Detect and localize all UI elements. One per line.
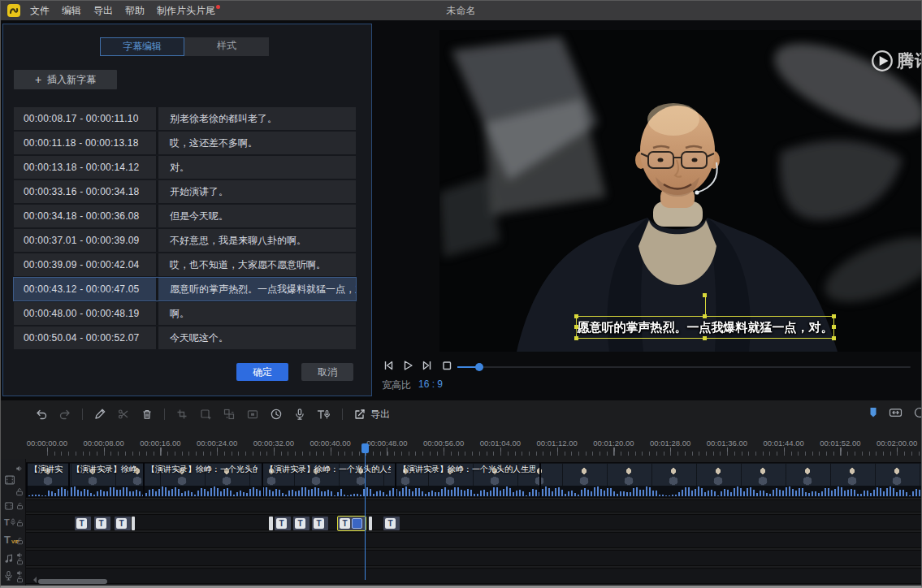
track-header-music: [1, 550, 26, 566]
subtitle-row[interactable]: 00:00:48.00 - 00:00:48.19 啊。: [14, 302, 356, 325]
menu-item-label: 文件: [30, 5, 50, 16]
subtitle-clip[interactable]: T: [275, 517, 291, 530]
resize-handle[interactable]: [703, 314, 707, 318]
aspect-ratio-value: 16 : 9: [418, 378, 443, 392]
panel-tab[interactable]: 字幕编辑: [100, 37, 184, 56]
video-preview[interactable]: 腾讯 愿意听的掌声热烈。一点我爆料就猛一点，对。: [439, 30, 922, 352]
music-track[interactable]: [26, 550, 922, 566]
subtitle-row[interactable]: 00:00:50.04 - 00:00:52.07 今天呢这个。: [14, 326, 356, 349]
crop-button[interactable]: [175, 408, 188, 421]
subtitle-clip-icon: T: [314, 518, 324, 529]
video-clip[interactable]: 【演讲实录】徐峥：一个光头的人生思: [262, 463, 393, 497]
overlay-track[interactable]: [26, 499, 922, 512]
resize-handle[interactable]: [703, 336, 707, 340]
resize-handle[interactable]: [574, 314, 578, 318]
fit-timeline-icon[interactable]: [889, 406, 903, 419]
menu-item[interactable]: 导出: [93, 4, 113, 18]
subtitle-row[interactable]: 00:00:33.16 - 00:00:34.18 开始演讲了。: [14, 180, 356, 203]
subtitle-clip[interactable]: T: [132, 517, 135, 530]
subtitle-clip[interactable]: T: [312, 517, 328, 530]
stop-button[interactable]: [440, 359, 453, 372]
subtitle-clip[interactable]: T: [383, 517, 400, 530]
resize-canvas-button[interactable]: [199, 408, 212, 421]
subtitle-row[interactable]: 00:00:37.01 - 00:00:39.09 不好意思，我是来聊八卦的啊。: [14, 229, 356, 252]
lock-icon[interactable]: [16, 519, 24, 527]
video-clip[interactable]: 【演讲实录】徐峥：一个光头的人生思考.mp4: [395, 463, 538, 497]
delete-button[interactable]: [141, 408, 154, 421]
subtitle-clip[interactable]: T: [75, 517, 91, 530]
cancel-button[interactable]: 取消: [301, 363, 353, 381]
subtitle-row[interactable]: 00:00:34.18 - 00:00:36.08 但是今天呢。: [14, 205, 356, 227]
resize-handle[interactable]: [832, 314, 836, 318]
voice-subtitle-track[interactable]: T T T: [26, 514, 922, 530]
subtitle-row[interactable]: 00:00:11.18 - 00:00:13.18 哎，这还差不多啊。: [14, 132, 356, 154]
subtitle-clip[interactable]: T: [115, 517, 131, 530]
play-logo-icon: [869, 48, 895, 74]
video-clip[interactable]: 【演讲实录】徐峥：一个光头的人生思: [143, 463, 260, 497]
lock-icon[interactable]: [16, 537, 24, 545]
aspect-ratio-control[interactable]: 宽高比 16 : 9: [382, 378, 443, 392]
resize-handle[interactable]: [574, 325, 578, 329]
seek-slider[interactable]: [457, 366, 911, 368]
menu-item-label: 制作片头片尾: [157, 5, 215, 16]
panel-tab[interactable]: 样式: [184, 37, 269, 56]
speaker-icon[interactable]: [15, 465, 24, 473]
resize-handle[interactable]: [832, 325, 836, 329]
lock-icon[interactable]: [16, 575, 24, 583]
toolbar-divider: [82, 409, 83, 420]
subtitle-clip[interactable]: T: [369, 517, 372, 530]
resize-handle[interactable]: [832, 336, 836, 340]
play-button[interactable]: [401, 359, 414, 372]
subtitle-track[interactable]: [26, 532, 922, 548]
zoom-icon[interactable]: [913, 406, 921, 419]
speed-button[interactable]: [270, 408, 283, 421]
edit-button[interactable]: [93, 408, 106, 421]
video-clip[interactable]: 【演讲实录】徐峥：-: [68, 463, 141, 497]
lock-icon[interactable]: [16, 557, 24, 565]
subtitle-clip[interactable]: T: [338, 517, 366, 530]
group-button[interactable]: [223, 408, 236, 421]
playhead[interactable]: [365, 444, 366, 580]
rotate-handle[interactable]: [703, 293, 707, 297]
menu-item[interactable]: 编辑: [62, 4, 81, 18]
subtitle-clip[interactable]: T: [269, 517, 273, 530]
prev-frame-button[interactable]: [382, 359, 395, 372]
app-logo[interactable]: [7, 4, 20, 17]
subtitle-clip[interactable]: T: [293, 517, 309, 530]
subtitle-clip[interactable]: T: [94, 517, 110, 530]
scroll-left-arrow[interactable]: [30, 577, 37, 583]
menu-item[interactable]: 文件: [30, 4, 50, 18]
lock-icon[interactable]: [16, 502, 24, 510]
subtitle-row[interactable]: 00:00:39.09 - 00:00:42.04 哎，也不知道，大家愿不愿意听…: [14, 253, 356, 276]
subtitle-row[interactable]: 00:00:43.12 - 00:00:47.05 愿意听的掌声热烈。一点我爆料…: [14, 278, 356, 300]
confirm-button[interactable]: 确定: [236, 363, 288, 381]
export-button[interactable]: 导出: [353, 408, 390, 422]
subtitle-row[interactable]: 00:00:13.18 - 00:00:14.12 对。: [14, 156, 356, 179]
seek-handle[interactable]: [475, 363, 483, 371]
subtitle-clip-icon: T: [340, 518, 350, 529]
subtitle-text: 别老徐老徐的都叫老了。: [158, 112, 277, 126]
subtitle-overlay-box[interactable]: 愿意听的掌声热烈。一点我爆料就猛一点，对。: [576, 316, 834, 339]
lock-icon[interactable]: [15, 487, 24, 496]
marker-icon[interactable]: [868, 407, 878, 418]
video-clip[interactable]: 【演讲实: [26, 463, 67, 497]
horizontal-scrollbar[interactable]: [38, 579, 107, 584]
clip-filename: 【演讲实: [30, 464, 63, 475]
video-clip[interactable]: [539, 463, 922, 497]
undo-button[interactable]: [35, 408, 48, 421]
cut-button[interactable]: [117, 408, 130, 421]
menu-item[interactable]: 帮助: [125, 4, 145, 18]
timeline-ruler[interactable]: 00:00:00.0000:00:08.0000:00:16.0000:00:2…: [1, 438, 922, 459]
menu-item-label: 帮助: [125, 5, 145, 16]
redo-button[interactable]: [58, 408, 71, 421]
menu-item[interactable]: 制作片头片尾: [157, 4, 220, 18]
pip-button[interactable]: [246, 408, 259, 421]
record-voice-button[interactable]: [293, 408, 306, 421]
record-track[interactable]: [26, 568, 922, 584]
film-icon: [4, 475, 15, 486]
subtitle-recognition-button[interactable]: [317, 408, 331, 421]
insert-subtitle-button[interactable]: + 插入新字幕: [14, 70, 117, 89]
resize-handle[interactable]: [574, 336, 578, 340]
subtitle-row[interactable]: 00:00:08.17 - 00:00:11.10 别老徐老徐的都叫老了。: [14, 107, 356, 130]
next-frame-button[interactable]: [421, 359, 434, 372]
